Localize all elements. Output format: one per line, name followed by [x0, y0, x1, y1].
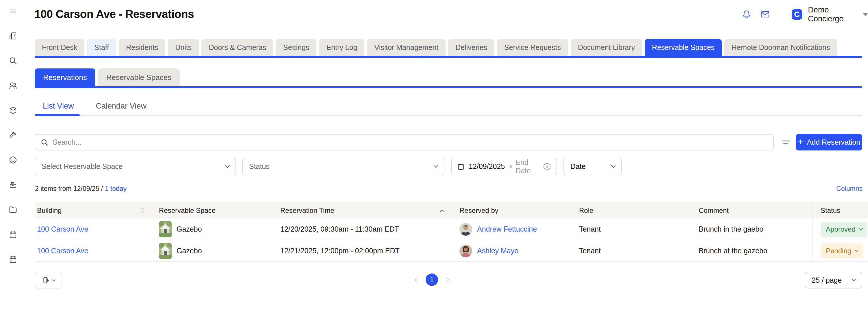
- filter-icon[interactable]: [779, 137, 792, 147]
- reservable-space-select[interactable]: Select Reservable Space: [35, 158, 236, 175]
- gazebo-thumbnail: [159, 243, 172, 259]
- schedule-icon[interactable]: [9, 255, 17, 264]
- column-header-building[interactable]: Building: [35, 202, 157, 218]
- page-number[interactable]: 1: [426, 273, 438, 286]
- page-size-select[interactable]: 25 / page: [805, 272, 862, 288]
- subtab-reservable-spaces[interactable]: Reservable Spaces: [98, 68, 180, 87]
- export-icon: [42, 276, 50, 284]
- app-window: 100 Carson Ave - Reservations C Demo Con…: [0, 0, 868, 309]
- previous-page-icon[interactable]: [415, 277, 420, 282]
- plus-icon: +: [798, 137, 803, 146]
- column-header-comment[interactable]: Comment: [696, 202, 812, 218]
- tab-service-requests[interactable]: Service Requests: [497, 39, 568, 56]
- range-arrow-icon: [508, 165, 512, 168]
- search-icon[interactable]: [9, 56, 17, 65]
- date-sort-select[interactable]: Date: [563, 158, 622, 175]
- view-tab-active-underline: [35, 114, 80, 116]
- status-badge-dropdown[interactable]: Pending: [820, 243, 863, 259]
- view-tab-calendar[interactable]: Calendar View: [96, 102, 147, 111]
- tab-settings[interactable]: Settings: [276, 39, 316, 56]
- date-sort-label: Date: [570, 162, 586, 171]
- sub-tabs-underline: [35, 87, 862, 88]
- tab-document-library[interactable]: Document Library: [571, 39, 642, 56]
- tab-remote-doorman-notifications[interactable]: Remote Doorman Notifications: [724, 39, 837, 56]
- main-tabs-underline: [35, 56, 862, 58]
- logo-letter: C: [792, 9, 802, 20]
- messages-mail-icon[interactable]: [761, 9, 770, 19]
- gazebo-thumbnail: [159, 221, 172, 237]
- menu-icon[interactable]: [9, 7, 17, 15]
- maintenance-icon[interactable]: [9, 131, 17, 139]
- today-link[interactable]: 1 today: [105, 185, 127, 192]
- column-header-reserved-by[interactable]: Reserved by: [457, 202, 577, 218]
- tab-reservable-spaces[interactable]: Reservable Spaces: [645, 39, 722, 56]
- units-icon[interactable]: [9, 106, 17, 115]
- view-tab-bar: List View Calendar View: [43, 102, 168, 111]
- search-box: [35, 134, 774, 150]
- table-header-row: Building Reservable Space Reservation Ti…: [35, 202, 868, 218]
- add-reservation-button[interactable]: + Add Reservation: [796, 134, 862, 150]
- files-icon[interactable]: [9, 205, 17, 214]
- export-button[interactable]: [35, 272, 62, 288]
- payments-icon[interactable]: [9, 180, 17, 189]
- tab-residents[interactable]: Residents: [119, 39, 165, 56]
- tab-doors-cameras[interactable]: Doors & Cameras: [202, 39, 273, 56]
- tab-visitor-management[interactable]: Visitor Management: [367, 39, 445, 56]
- building-icon[interactable]: [9, 32, 17, 40]
- reservations-table: Building Reservable Space Reservation Ti…: [35, 202, 868, 262]
- tab-front-desk[interactable]: Front Desk: [35, 39, 84, 56]
- table-row: 100 Carson Ave Gazebo 12/20/2025, 09:30a…: [35, 218, 868, 240]
- reservable-space-placeholder: Select Reservable Space: [41, 162, 123, 171]
- column-header-reservable-space[interactable]: Reservable Space: [157, 202, 278, 218]
- next-page-icon[interactable]: [444, 277, 449, 282]
- building-cell: 100 Carson Ave: [35, 240, 157, 261]
- support-icon[interactable]: [9, 156, 17, 164]
- role-cell: Tenant: [577, 218, 696, 240]
- start-date-value: 12/09/2025: [469, 162, 505, 171]
- chevron-down-icon: [611, 163, 616, 168]
- status-cell: Pending: [812, 240, 868, 261]
- reserved-by-link[interactable]: Andrew Fettuccine: [477, 225, 537, 233]
- date-range-picker[interactable]: 12/09/2025 End Date: [451, 158, 557, 175]
- calendar-icon[interactable]: [9, 230, 17, 239]
- account-menu[interactable]: C Demo Concierge: [790, 6, 868, 23]
- status-select[interactable]: Status: [242, 158, 444, 175]
- view-tab-divider: [80, 115, 862, 116]
- building-link[interactable]: 100 Carson Ave: [37, 225, 88, 233]
- reserved-by-cell: Andrew Fettuccine: [457, 218, 577, 240]
- column-header-role[interactable]: Role: [577, 202, 696, 218]
- sidebar: [0, 0, 26, 309]
- sub-tab-bar: Reservations Reservable Spaces: [35, 68, 180, 87]
- status-badge-dropdown[interactable]: Approved: [820, 222, 867, 237]
- sort-icon[interactable]: [140, 207, 145, 214]
- clear-date-icon[interactable]: [542, 162, 551, 171]
- column-header-status[interactable]: Status: [812, 202, 868, 218]
- view-tab-list[interactable]: List View: [43, 102, 74, 111]
- main-tab-bar: Front Desk Staff Residents Units Doors &…: [35, 39, 837, 56]
- add-reservation-label: Add Reservation: [807, 138, 860, 146]
- notifications-bell-icon[interactable]: [742, 9, 751, 19]
- tab-entry-log[interactable]: Entry Log: [319, 39, 364, 56]
- end-date-placeholder: End Date: [516, 158, 537, 175]
- reserved-by-link[interactable]: Ashley Mayo: [477, 247, 518, 255]
- residents-icon[interactable]: [9, 81, 17, 90]
- table-row: 100 Carson Ave Gazebo 12/21/2025, 12:00p…: [35, 240, 868, 262]
- building-cell: 100 Carson Ave: [35, 218, 157, 240]
- tab-units[interactable]: Units: [168, 39, 199, 56]
- status-placeholder: Status: [249, 162, 270, 171]
- sort-ascending-icon[interactable]: [439, 208, 445, 212]
- building-link[interactable]: 100 Carson Ave: [37, 247, 88, 255]
- account-name: Demo Concierge: [808, 5, 856, 23]
- page-title: 100 Carson Ave - Reservations: [34, 8, 194, 21]
- columns-link[interactable]: Columns: [836, 185, 863, 193]
- column-header-reservation-time[interactable]: Reservation Time: [278, 202, 457, 218]
- chevron-down-icon: [225, 163, 230, 168]
- results-summary: 2 items from 12/09/25 / 1 today: [35, 185, 127, 193]
- tab-deliveries[interactable]: Deliveries: [448, 39, 494, 56]
- comment-cell: Brunch at the gazebo: [696, 240, 812, 261]
- tab-staff[interactable]: Staff: [87, 39, 116, 56]
- subtab-reservations[interactable]: Reservations: [35, 68, 95, 87]
- search-input[interactable]: [53, 138, 746, 146]
- chevron-down-icon: [859, 227, 863, 231]
- items-count-text: 2 items from 12/09/25 /: [35, 185, 105, 192]
